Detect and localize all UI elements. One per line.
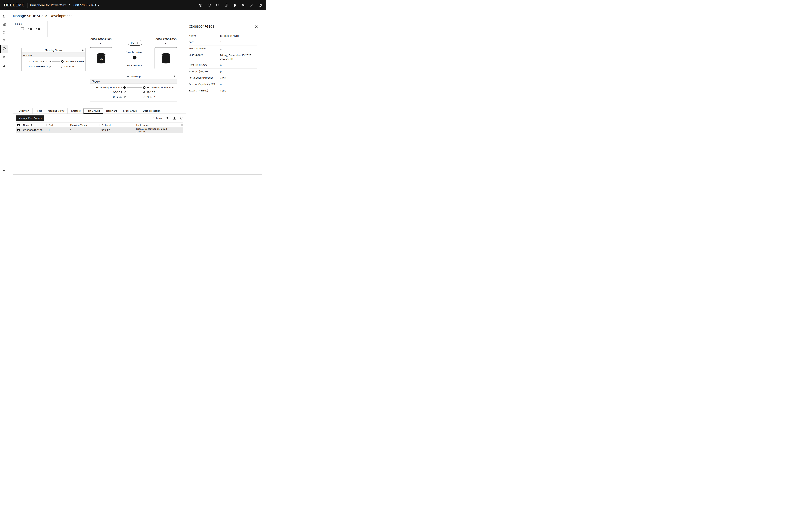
detail-label: Masking Views <box>189 47 220 50</box>
detail-panel-title: CD088004PG108 <box>189 25 214 28</box>
dellemc-logo[interactable]: DELL EMC <box>4 3 25 7</box>
brand-emc: EMC <box>16 3 25 7</box>
detail-row: Name CD088004PG108 <box>189 33 257 39</box>
tab-data-protection[interactable]: Data Protection <box>140 108 164 114</box>
dashboard-icon <box>2 23 6 26</box>
topbar-divider <box>27 3 27 8</box>
check-circle-icon <box>143 86 146 89</box>
data-protection-shield-icon <box>2 47 6 51</box>
column-header-last-update[interactable]: Last Update <box>134 124 178 127</box>
cell-name: CD088004PG108 <box>23 129 42 131</box>
tab-overview[interactable]: Overview <box>16 108 32 114</box>
srdf-group-panel: SRDF Group FB_syn SRDF Group Number: <box>90 74 177 102</box>
broken-link-icon <box>49 65 51 68</box>
srdf-remote-port-label: RF-1F:7 <box>147 91 155 94</box>
column-header-ports[interactable]: Ports <box>46 124 68 127</box>
tab-masking-views[interactable]: Masking Views <box>45 108 68 114</box>
link-icon <box>143 91 146 94</box>
masking-view-group[interactable]: Arizona <box>22 53 86 57</box>
nav-dashboard[interactable] <box>0 20 8 28</box>
srdf-port-row: OR-2C:2 RF-1F:7 <box>90 95 177 99</box>
content-card: Single 000220002163 R1 <box>13 21 262 174</box>
arrow-right-icon <box>33 28 38 30</box>
table-header-row: Name Ports Masking Views Protocol Last U… <box>16 122 184 128</box>
info-icon[interactable] <box>199 3 203 7</box>
nav-home[interactable] <box>0 12 8 20</box>
tab-srdf-group[interactable]: SRDF Group <box>120 108 140 114</box>
detail-row: Host I/O (IO/Sec) 0 <box>189 62 257 69</box>
hosts-icon <box>2 39 6 42</box>
arrow-right-icon <box>25 28 30 30</box>
srdf-group-name[interactable]: FB_syn <box>90 79 177 83</box>
sync-state-label: Synchronized <box>119 51 150 54</box>
left-nav <box>0 10 8 177</box>
port-group-detail-panel: CD088004PG108 Name CD088004PG108 Port 1 <box>186 21 262 174</box>
srdf-group-number-row: SRDF Group Number: 3 SRDF Group Number: … <box>90 85 177 90</box>
detail-value: Friday, December 15 2023 2:57:20 PM <box>220 54 257 61</box>
nav-system[interactable] <box>0 53 8 61</box>
tab-hardware[interactable]: Hardware <box>103 108 120 114</box>
masking-initiator-label: cd17209168H131 <box>28 65 48 68</box>
download-icon[interactable] <box>173 116 176 120</box>
nav-data-protection[interactable] <box>0 45 8 53</box>
detail-value: 0 <box>220 70 257 74</box>
search-icon[interactable] <box>216 3 220 7</box>
storage-icon <box>2 31 6 34</box>
nav-storage[interactable] <box>0 28 8 37</box>
r1-array-box[interactable]: I/O <box>90 47 112 69</box>
io-label: I/O <box>131 41 135 44</box>
r1-cylinder-icon: I/O <box>96 53 106 64</box>
topology-legend: Single <box>13 21 48 37</box>
tab-port-groups[interactable]: Port Groups <box>83 108 103 114</box>
column-header-name[interactable]: Name <box>22 124 46 127</box>
r1-labels: 000220002163 R1 <box>83 38 118 45</box>
masking-view-row: CD17209168H131 CD088004PG108 <box>22 59 86 64</box>
select-all-checkbox[interactable] <box>17 124 20 127</box>
column-header-masking-views[interactable]: Masking Views <box>68 124 99 127</box>
breadcrumb-section[interactable]: Manage SRDF SGs <box>13 14 43 18</box>
array-selector-dropdown[interactable]: 000220002163 <box>73 3 99 7</box>
masking-views-panel-title: Masking Views <box>45 49 62 52</box>
user-icon[interactable] <box>250 3 254 7</box>
refresh-icon[interactable] <box>207 3 211 7</box>
column-header-protocol[interactable]: Protocol <box>99 124 134 127</box>
r1-array-id: 000220002163 <box>83 38 118 41</box>
table-row[interactable]: CD088004PG108 1 1 SCSI FC Friday, Decemb… <box>16 128 184 133</box>
detail-row: Host I/O (MB/Sec) 0 <box>189 69 257 75</box>
nav-expand[interactable] <box>0 167 8 175</box>
nav-jobs[interactable] <box>0 61 8 69</box>
r2-array-box[interactable] <box>155 47 177 69</box>
sync-check-icon <box>132 55 137 60</box>
collapse-panel-button[interactable] <box>173 75 176 78</box>
detail-value: CD088004PG108 <box>220 34 257 38</box>
collapse-panel-button[interactable] <box>82 49 84 51</box>
tab-hosts[interactable]: Hosts <box>32 108 45 114</box>
manage-port-groups-button[interactable]: Manage Port Groups <box>16 115 44 121</box>
detail-label: Host I/O (MB/Sec) <box>189 70 220 73</box>
row-checkbox[interactable] <box>17 129 20 131</box>
home-icon <box>2 14 6 18</box>
job-list-icon[interactable] <box>224 3 228 7</box>
info-icon[interactable] <box>180 116 184 120</box>
settings-gear-icon[interactable] <box>241 3 245 7</box>
close-icon[interactable] <box>255 25 258 28</box>
detail-label: Port Speed (MB/Sec) <box>189 76 220 79</box>
nav-hosts[interactable] <box>0 37 8 45</box>
port-groups-toolbar: Manage Port Groups 1 Items <box>13 114 186 122</box>
filter-icon[interactable] <box>166 117 169 120</box>
array-selector-value: 000220002163 <box>73 3 96 7</box>
io-arrow-icon <box>136 42 139 44</box>
detail-tabs: Overview Hosts Masking Views Initiators … <box>13 108 186 114</box>
double-chevron-right-icon <box>2 170 6 173</box>
alerts-bell-icon[interactable] <box>233 3 236 7</box>
srdf-group-panel-title: SRDF Group <box>127 75 141 78</box>
x-circle-icon <box>50 60 51 63</box>
io-direction-button[interactable]: I/O <box>128 40 142 45</box>
r1-role: R1 <box>83 42 118 45</box>
r2-role: R2 <box>149 42 184 45</box>
column-settings-icon[interactable] <box>180 124 184 126</box>
svg-text:I/O: I/O <box>99 58 102 60</box>
tab-initiators[interactable]: Initiators <box>68 108 83 114</box>
detail-row: Percent Capability (%) 0 <box>189 81 257 88</box>
help-icon[interactable] <box>258 3 262 7</box>
